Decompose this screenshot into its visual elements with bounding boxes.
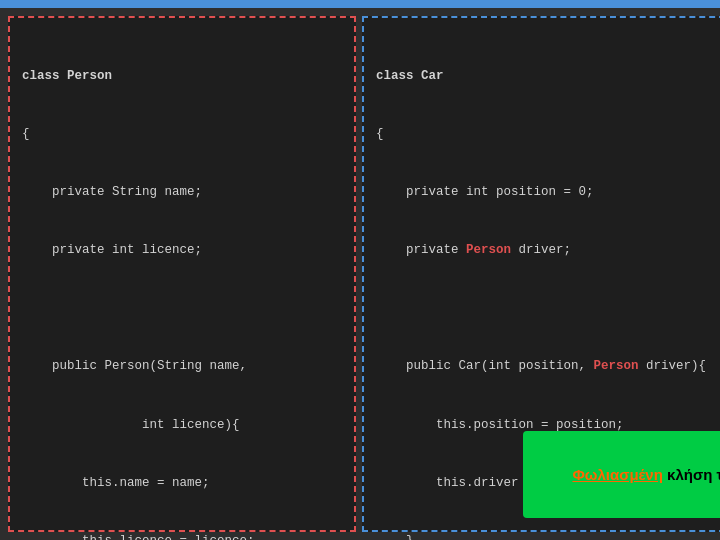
car-line-1: { (376, 125, 720, 144)
person-line-1: { (22, 125, 342, 144)
tooltip-highlight: Φωλιασμένη (572, 466, 662, 483)
person-line-7: this.name = name; (22, 474, 342, 493)
car-line-8: } (376, 532, 720, 540)
person-line-2: private String name; (22, 183, 342, 202)
person-line-4 (22, 299, 342, 318)
person-line-3: private int licence; (22, 241, 342, 260)
car-line-3: private Person driver; (376, 241, 720, 260)
car-class-title: class Car (376, 67, 720, 86)
car-line-5: public Car(int position, Person driver){ (376, 357, 720, 376)
car-line-2: private int position = 0; (376, 183, 720, 202)
person-class-title: class Person (22, 67, 342, 86)
tooltip-text: κλήση της toString και της equals (663, 466, 720, 483)
person-line-8: this.licence = licence; (22, 532, 342, 540)
person-class-panel: class Person { private String name; priv… (8, 16, 356, 532)
top-bar (0, 0, 720, 8)
person-line-6: int licence){ (22, 416, 342, 435)
car-class-panel: class Car { private int position = 0; pr… (362, 16, 720, 532)
person-line-5: public Person(String name, (22, 357, 342, 376)
car-line-4 (376, 299, 720, 318)
nested-call-tooltip: Φωλιασμένη κλήση της toString και της eq… (523, 431, 720, 518)
